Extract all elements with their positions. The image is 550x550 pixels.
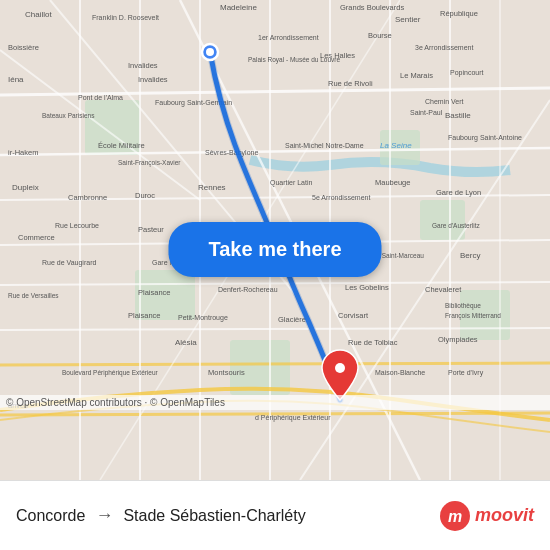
svg-text:Corvisart: Corvisart bbox=[338, 311, 369, 320]
svg-text:République: République bbox=[440, 9, 478, 18]
svg-text:Bourse: Bourse bbox=[368, 31, 392, 40]
svg-point-98 bbox=[206, 48, 214, 56]
moovit-logo: m moovit bbox=[439, 500, 534, 532]
svg-text:Le Marais: Le Marais bbox=[400, 71, 433, 80]
svg-text:Faubourg Saint-Antoine: Faubourg Saint-Antoine bbox=[448, 134, 522, 142]
svg-text:Pasteur: Pasteur bbox=[138, 225, 164, 234]
svg-text:Cambronne: Cambronne bbox=[68, 193, 107, 202]
svg-text:Grands Boulevards: Grands Boulevards bbox=[340, 3, 404, 12]
svg-text:Rennes: Rennes bbox=[198, 183, 226, 192]
svg-text:Chaillot: Chaillot bbox=[25, 10, 52, 19]
svg-text:d Périphérique Extérieur: d Périphérique Extérieur bbox=[255, 414, 331, 422]
svg-text:Boulevard Périphérique Extérie: Boulevard Périphérique Extérieur bbox=[62, 369, 159, 377]
svg-text:5e Arrondissement: 5e Arrondissement bbox=[312, 194, 370, 201]
bottom-bar: Concorde → Stade Sébastien-Charléty m mo… bbox=[0, 480, 550, 550]
svg-text:Sentier: Sentier bbox=[395, 15, 421, 24]
map-container: Chaillot Franklin D. Roosevelt Madeleine… bbox=[0, 0, 550, 480]
svg-text:Bercy: Bercy bbox=[460, 251, 480, 260]
svg-text:Iéna: Iéna bbox=[8, 75, 24, 84]
svg-text:Sèvres-Babylone: Sèvres-Babylone bbox=[205, 149, 258, 157]
svg-text:Bateaux Parisiens: Bateaux Parisiens bbox=[42, 112, 95, 119]
origin-label: Concorde bbox=[16, 507, 85, 525]
svg-text:Montsouris: Montsouris bbox=[208, 368, 245, 377]
svg-text:Saint-Paul: Saint-Paul bbox=[410, 109, 443, 116]
moovit-logo-icon: m bbox=[439, 500, 471, 532]
svg-text:Porte d'Ivry: Porte d'Ivry bbox=[448, 369, 484, 377]
svg-text:Duroc: Duroc bbox=[135, 191, 155, 200]
svg-text:Dupleix: Dupleix bbox=[12, 183, 39, 192]
svg-text:Plaisance: Plaisance bbox=[128, 311, 161, 320]
svg-text:Petit-Montrouge: Petit-Montrouge bbox=[178, 314, 228, 322]
svg-text:Bastille: Bastille bbox=[445, 111, 471, 120]
svg-text:Boissière: Boissière bbox=[8, 43, 39, 52]
svg-text:Maubeuge: Maubeuge bbox=[375, 178, 410, 187]
svg-text:m: m bbox=[448, 508, 462, 525]
svg-text:École Militaire: École Militaire bbox=[98, 141, 145, 150]
svg-text:Franklin D. Roosevelt: Franklin D. Roosevelt bbox=[92, 14, 159, 21]
svg-text:Palais Royal - Musée du Louvre: Palais Royal - Musée du Louvre bbox=[248, 56, 341, 64]
svg-text:Denfert-Rochereau: Denfert-Rochereau bbox=[218, 286, 278, 293]
svg-line-13 bbox=[0, 363, 550, 365]
svg-text:Saint-Michel Notre-Dame: Saint-Michel Notre-Dame bbox=[285, 142, 364, 149]
svg-text:Rue de Tolbiac: Rue de Tolbiac bbox=[348, 338, 398, 347]
svg-text:Olympiades: Olympiades bbox=[438, 335, 478, 344]
svg-rect-5 bbox=[420, 200, 465, 240]
svg-text:1er Arrondissement: 1er Arrondissement bbox=[258, 34, 319, 41]
svg-text:Madeleine: Madeleine bbox=[220, 3, 257, 12]
svg-text:Saint-François-Xavier: Saint-François-Xavier bbox=[118, 159, 181, 167]
svg-text:Les Gobelins: Les Gobelins bbox=[345, 283, 389, 292]
take-me-there-button[interactable]: Take me there bbox=[168, 222, 381, 277]
svg-text:Gare d'Austerlitz: Gare d'Austerlitz bbox=[432, 222, 481, 229]
svg-point-99 bbox=[335, 363, 345, 373]
svg-text:Rue de Vaugirard: Rue de Vaugirard bbox=[42, 259, 96, 267]
svg-text:Quartier Latin: Quartier Latin bbox=[270, 179, 313, 187]
copyright-text: © OpenStreetMap contributors · © OpenMap… bbox=[6, 397, 225, 408]
copyright-bar: © OpenStreetMap contributors · © OpenMap… bbox=[0, 395, 550, 410]
svg-text:Invalides: Invalides bbox=[128, 61, 158, 70]
svg-text:François Mitterrand: François Mitterrand bbox=[445, 312, 501, 320]
svg-text:3e Arrondissement: 3e Arrondissement bbox=[415, 44, 473, 51]
moovit-brand-text: moovit bbox=[475, 505, 534, 526]
svg-text:Rue de Versailles: Rue de Versailles bbox=[8, 292, 59, 299]
svg-text:Glacière: Glacière bbox=[278, 315, 306, 324]
svg-text:Commerce: Commerce bbox=[18, 233, 55, 242]
arrow-icon: → bbox=[95, 505, 113, 526]
svg-text:Rue Lecourbe: Rue Lecourbe bbox=[55, 222, 99, 229]
svg-text:Bibliothèque: Bibliothèque bbox=[445, 302, 481, 310]
svg-text:Pont de l'Alma: Pont de l'Alma bbox=[78, 94, 123, 101]
svg-text:Rue de Rivoli: Rue de Rivoli bbox=[328, 79, 373, 88]
svg-text:Chevaleret: Chevaleret bbox=[425, 285, 462, 294]
svg-text:Maison-Blanche: Maison-Blanche bbox=[375, 369, 425, 376]
destination-label: Stade Sébastien-Charléty bbox=[123, 507, 439, 525]
svg-text:Plaisance: Plaisance bbox=[138, 288, 171, 297]
svg-text:Invalides: Invalides bbox=[138, 75, 168, 84]
svg-text:Gare de Lyon: Gare de Lyon bbox=[436, 188, 481, 197]
svg-text:Alésia: Alésia bbox=[175, 338, 197, 347]
svg-text:La Seine: La Seine bbox=[380, 141, 412, 150]
svg-text:ir-Hakem: ir-Hakem bbox=[8, 148, 38, 157]
svg-text:Popincourt: Popincourt bbox=[450, 69, 484, 77]
svg-text:Chemin Vert: Chemin Vert bbox=[425, 98, 464, 105]
